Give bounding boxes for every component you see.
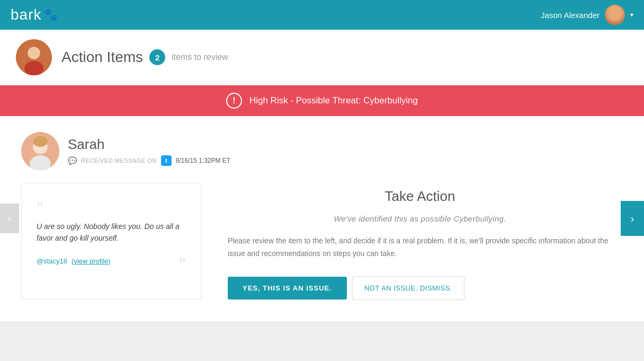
- nav-next-button[interactable]: ›: [621, 201, 644, 236]
- two-col-layout: " U are so ugly. Nobody likes you. Do us…: [21, 183, 623, 305]
- message-handle: @stacy18: [37, 257, 67, 265]
- main-content: ‹ Sarah 💬 RECEIVED MESSAGE ON t 8/16/15 …: [0, 116, 644, 321]
- comment-icon: 💬: [68, 156, 77, 165]
- action-buttons: YES, THIS IS AN ISSUE. NOT AN ISSUE. DIS…: [228, 276, 612, 300]
- alert-text: High Risk - Possible Threat: Cyberbullyi…: [249, 95, 418, 106]
- svg-point-8: [33, 136, 48, 147]
- twitter-icon: t: [161, 155, 172, 166]
- username-label: Jason Alexander: [541, 11, 600, 20]
- header: bark 🐾 Jason Alexander ▾: [0, 0, 644, 30]
- nav-prev-button[interactable]: ‹: [0, 204, 19, 233]
- logo-icon: 🐾: [43, 8, 58, 22]
- take-action-description: Please review the item to the left, and …: [228, 235, 612, 260]
- message-card: " U are so ugly. Nobody likes you. Do us…: [21, 183, 201, 300]
- action-items-review-label: items to review: [172, 52, 228, 62]
- logo-text: bark: [11, 6, 41, 23]
- child-info: Sarah 💬 RECEIVED MESSAGE ON t 8/16/15 1:…: [21, 132, 623, 170]
- user-avatar: [605, 5, 625, 25]
- parent-avatar: [16, 39, 52, 75]
- child-message-info: 💬 RECEIVED MESSAGE ON t 8/16/15 1:32PM E…: [68, 155, 230, 166]
- quote-close-icon: ": [179, 256, 186, 272]
- message-text: U are so ugly. Nobody likes you. Do us a…: [37, 221, 186, 244]
- action-items-title-group: Action Items 2 items to review: [61, 49, 228, 66]
- child-avatar: [21, 132, 59, 170]
- take-action-panel: Take Action We've identified this as pos…: [217, 183, 623, 305]
- child-name: Sarah: [68, 136, 230, 153]
- child-details: Sarah 💬 RECEIVED MESSAGE ON t 8/16/15 1:…: [68, 136, 230, 166]
- received-label: RECEIVED MESSAGE ON: [81, 157, 157, 164]
- alert-banner: ! High Risk - Possible Threat: Cyberbull…: [0, 85, 644, 116]
- message-from: @stacy18 (view profile): [37, 257, 186, 265]
- take-action-title: Take Action: [228, 188, 612, 205]
- logo: bark 🐾: [11, 6, 58, 23]
- yes-issue-button[interactable]: YES, THIS IS AN ISSUE.: [228, 277, 347, 300]
- action-items-bar: Action Items 2 items to review: [0, 30, 644, 85]
- take-action-identified: We've identified this as possible Cyberb…: [228, 214, 612, 223]
- chevron-down-icon: ▾: [630, 11, 633, 19]
- view-profile-link[interactable]: (view profile): [71, 257, 111, 265]
- action-items-badge: 2: [149, 49, 165, 65]
- child-avatar-img: [21, 132, 59, 170]
- svg-point-3: [28, 47, 40, 59]
- parent-avatar-img: [16, 39, 52, 75]
- quote-open-icon: ": [37, 199, 186, 216]
- svg-point-2: [24, 61, 43, 75]
- message-date: 8/16/15 1:32PM ET: [176, 157, 230, 164]
- not-issue-button[interactable]: NOT AN ISSUE. DISMISS.: [352, 276, 464, 300]
- action-items-title: Action Items: [61, 49, 143, 66]
- alert-icon: !: [226, 93, 242, 109]
- user-menu[interactable]: Jason Alexander ▾: [541, 5, 633, 25]
